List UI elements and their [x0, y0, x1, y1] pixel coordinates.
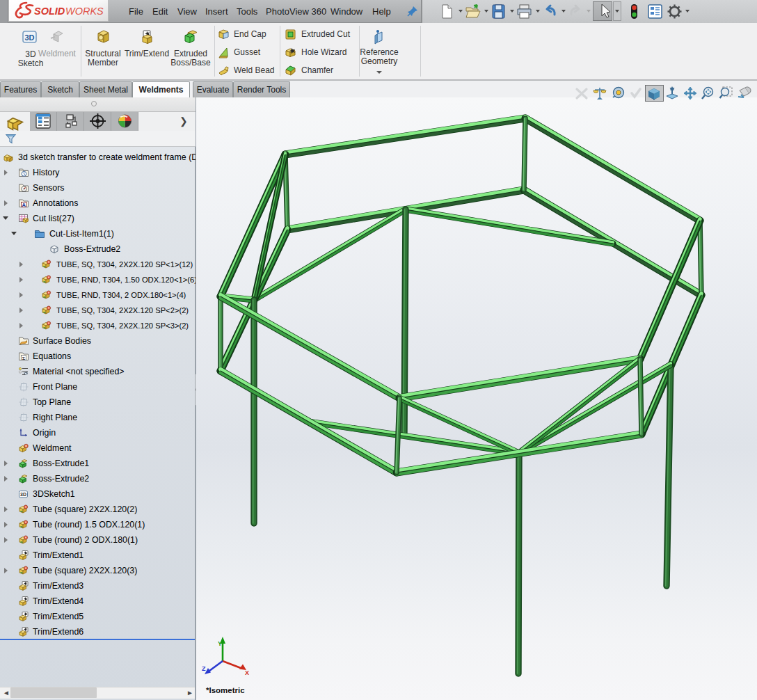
svg-text:Σ: Σ: [22, 356, 26, 361]
svg-text:X: X: [245, 669, 249, 676]
svg-text:3D: 3D: [20, 492, 26, 497]
svg-text:A: A: [22, 202, 26, 208]
svg-text:SOLID: SOLID: [34, 6, 65, 17]
svg-text:Y: Y: [218, 640, 222, 647]
svg-text:WORKS: WORKS: [65, 6, 104, 17]
svg-text:Z: Z: [202, 665, 206, 672]
